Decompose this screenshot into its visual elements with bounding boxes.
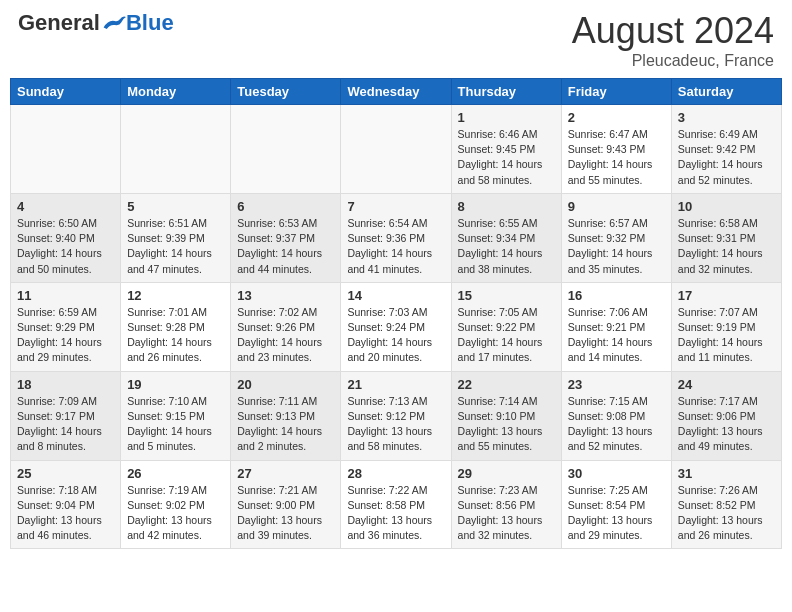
- calendar-cell: 6Sunrise: 6:53 AM Sunset: 9:37 PM Daylig…: [231, 193, 341, 282]
- weekday-header-wednesday: Wednesday: [341, 79, 451, 105]
- day-info: Sunrise: 7:07 AM Sunset: 9:19 PM Dayligh…: [678, 305, 775, 366]
- day-info: Sunrise: 6:50 AM Sunset: 9:40 PM Dayligh…: [17, 216, 114, 277]
- calendar-cell: 28Sunrise: 7:22 AM Sunset: 8:58 PM Dayli…: [341, 460, 451, 549]
- calendar-cell: 17Sunrise: 7:07 AM Sunset: 9:19 PM Dayli…: [671, 282, 781, 371]
- day-number: 14: [347, 288, 444, 303]
- day-number: 2: [568, 110, 665, 125]
- calendar-cell: 7Sunrise: 6:54 AM Sunset: 9:36 PM Daylig…: [341, 193, 451, 282]
- day-info: Sunrise: 7:03 AM Sunset: 9:24 PM Dayligh…: [347, 305, 444, 366]
- day-number: 11: [17, 288, 114, 303]
- calendar-cell: [121, 105, 231, 194]
- calendar-cell: 26Sunrise: 7:19 AM Sunset: 9:02 PM Dayli…: [121, 460, 231, 549]
- calendar-week-5: 25Sunrise: 7:18 AM Sunset: 9:04 PM Dayli…: [11, 460, 782, 549]
- day-number: 29: [458, 466, 555, 481]
- day-info: Sunrise: 6:53 AM Sunset: 9:37 PM Dayligh…: [237, 216, 334, 277]
- day-info: Sunrise: 7:17 AM Sunset: 9:06 PM Dayligh…: [678, 394, 775, 455]
- day-info: Sunrise: 7:26 AM Sunset: 8:52 PM Dayligh…: [678, 483, 775, 544]
- calendar-cell: 2Sunrise: 6:47 AM Sunset: 9:43 PM Daylig…: [561, 105, 671, 194]
- day-number: 15: [458, 288, 555, 303]
- calendar-cell: 16Sunrise: 7:06 AM Sunset: 9:21 PM Dayli…: [561, 282, 671, 371]
- day-number: 5: [127, 199, 224, 214]
- day-number: 21: [347, 377, 444, 392]
- day-info: Sunrise: 6:47 AM Sunset: 9:43 PM Dayligh…: [568, 127, 665, 188]
- calendar-cell: 21Sunrise: 7:13 AM Sunset: 9:12 PM Dayli…: [341, 371, 451, 460]
- day-number: 8: [458, 199, 555, 214]
- calendar-cell: [231, 105, 341, 194]
- day-number: 17: [678, 288, 775, 303]
- day-number: 4: [17, 199, 114, 214]
- day-number: 19: [127, 377, 224, 392]
- day-info: Sunrise: 7:05 AM Sunset: 9:22 PM Dayligh…: [458, 305, 555, 366]
- calendar-cell: 10Sunrise: 6:58 AM Sunset: 9:31 PM Dayli…: [671, 193, 781, 282]
- day-number: 25: [17, 466, 114, 481]
- day-info: Sunrise: 7:01 AM Sunset: 9:28 PM Dayligh…: [127, 305, 224, 366]
- day-number: 18: [17, 377, 114, 392]
- calendar-table: SundayMondayTuesdayWednesdayThursdayFrid…: [10, 78, 782, 549]
- calendar-cell: 9Sunrise: 6:57 AM Sunset: 9:32 PM Daylig…: [561, 193, 671, 282]
- calendar-cell: 5Sunrise: 6:51 AM Sunset: 9:39 PM Daylig…: [121, 193, 231, 282]
- day-info: Sunrise: 6:59 AM Sunset: 9:29 PM Dayligh…: [17, 305, 114, 366]
- weekday-header-tuesday: Tuesday: [231, 79, 341, 105]
- calendar-cell: 15Sunrise: 7:05 AM Sunset: 9:22 PM Dayli…: [451, 282, 561, 371]
- day-info: Sunrise: 6:57 AM Sunset: 9:32 PM Dayligh…: [568, 216, 665, 277]
- calendar-cell: [341, 105, 451, 194]
- day-number: 1: [458, 110, 555, 125]
- day-number: 16: [568, 288, 665, 303]
- day-number: 10: [678, 199, 775, 214]
- day-info: Sunrise: 7:13 AM Sunset: 9:12 PM Dayligh…: [347, 394, 444, 455]
- day-number: 12: [127, 288, 224, 303]
- day-info: Sunrise: 7:23 AM Sunset: 8:56 PM Dayligh…: [458, 483, 555, 544]
- day-info: Sunrise: 6:54 AM Sunset: 9:36 PM Dayligh…: [347, 216, 444, 277]
- day-number: 31: [678, 466, 775, 481]
- day-number: 22: [458, 377, 555, 392]
- logo: General Blue: [18, 10, 174, 36]
- weekday-header-sunday: Sunday: [11, 79, 121, 105]
- calendar-cell: 23Sunrise: 7:15 AM Sunset: 9:08 PM Dayli…: [561, 371, 671, 460]
- calendar-week-1: 1Sunrise: 6:46 AM Sunset: 9:45 PM Daylig…: [11, 105, 782, 194]
- day-number: 9: [568, 199, 665, 214]
- day-info: Sunrise: 7:14 AM Sunset: 9:10 PM Dayligh…: [458, 394, 555, 455]
- day-info: Sunrise: 6:49 AM Sunset: 9:42 PM Dayligh…: [678, 127, 775, 188]
- page-header: General Blue August 2024 Pleucadeuc, Fra…: [10, 10, 782, 70]
- logo-general-text: General: [18, 10, 100, 36]
- day-info: Sunrise: 7:18 AM Sunset: 9:04 PM Dayligh…: [17, 483, 114, 544]
- day-number: 13: [237, 288, 334, 303]
- day-info: Sunrise: 6:51 AM Sunset: 9:39 PM Dayligh…: [127, 216, 224, 277]
- day-info: Sunrise: 7:11 AM Sunset: 9:13 PM Dayligh…: [237, 394, 334, 455]
- calendar-cell: 27Sunrise: 7:21 AM Sunset: 9:00 PM Dayli…: [231, 460, 341, 549]
- calendar-cell: 1Sunrise: 6:46 AM Sunset: 9:45 PM Daylig…: [451, 105, 561, 194]
- calendar-cell: 8Sunrise: 6:55 AM Sunset: 9:34 PM Daylig…: [451, 193, 561, 282]
- day-info: Sunrise: 6:46 AM Sunset: 9:45 PM Dayligh…: [458, 127, 555, 188]
- calendar-cell: 29Sunrise: 7:23 AM Sunset: 8:56 PM Dayli…: [451, 460, 561, 549]
- day-number: 30: [568, 466, 665, 481]
- calendar-cell: 13Sunrise: 7:02 AM Sunset: 9:26 PM Dayli…: [231, 282, 341, 371]
- calendar-week-2: 4Sunrise: 6:50 AM Sunset: 9:40 PM Daylig…: [11, 193, 782, 282]
- day-number: 20: [237, 377, 334, 392]
- day-info: Sunrise: 7:06 AM Sunset: 9:21 PM Dayligh…: [568, 305, 665, 366]
- day-info: Sunrise: 6:58 AM Sunset: 9:31 PM Dayligh…: [678, 216, 775, 277]
- day-info: Sunrise: 7:22 AM Sunset: 8:58 PM Dayligh…: [347, 483, 444, 544]
- calendar-cell: 22Sunrise: 7:14 AM Sunset: 9:10 PM Dayli…: [451, 371, 561, 460]
- title-section: August 2024 Pleucadeuc, France: [572, 10, 774, 70]
- calendar-cell: [11, 105, 121, 194]
- day-info: Sunrise: 7:21 AM Sunset: 9:00 PM Dayligh…: [237, 483, 334, 544]
- calendar-cell: 30Sunrise: 7:25 AM Sunset: 8:54 PM Dayli…: [561, 460, 671, 549]
- weekday-header-row: SundayMondayTuesdayWednesdayThursdayFrid…: [11, 79, 782, 105]
- calendar-cell: 20Sunrise: 7:11 AM Sunset: 9:13 PM Dayli…: [231, 371, 341, 460]
- calendar-week-3: 11Sunrise: 6:59 AM Sunset: 9:29 PM Dayli…: [11, 282, 782, 371]
- weekday-header-thursday: Thursday: [451, 79, 561, 105]
- logo-blue-text: Blue: [126, 10, 174, 36]
- day-info: Sunrise: 7:15 AM Sunset: 9:08 PM Dayligh…: [568, 394, 665, 455]
- calendar-cell: 19Sunrise: 7:10 AM Sunset: 9:15 PM Dayli…: [121, 371, 231, 460]
- day-number: 28: [347, 466, 444, 481]
- calendar-cell: 24Sunrise: 7:17 AM Sunset: 9:06 PM Dayli…: [671, 371, 781, 460]
- weekday-header-saturday: Saturday: [671, 79, 781, 105]
- calendar-cell: 25Sunrise: 7:18 AM Sunset: 9:04 PM Dayli…: [11, 460, 121, 549]
- calendar-cell: 18Sunrise: 7:09 AM Sunset: 9:17 PM Dayli…: [11, 371, 121, 460]
- day-number: 3: [678, 110, 775, 125]
- location-subtitle: Pleucadeuc, France: [572, 52, 774, 70]
- calendar-cell: 31Sunrise: 7:26 AM Sunset: 8:52 PM Dayli…: [671, 460, 781, 549]
- day-number: 6: [237, 199, 334, 214]
- day-info: Sunrise: 7:19 AM Sunset: 9:02 PM Dayligh…: [127, 483, 224, 544]
- calendar-cell: 3Sunrise: 6:49 AM Sunset: 9:42 PM Daylig…: [671, 105, 781, 194]
